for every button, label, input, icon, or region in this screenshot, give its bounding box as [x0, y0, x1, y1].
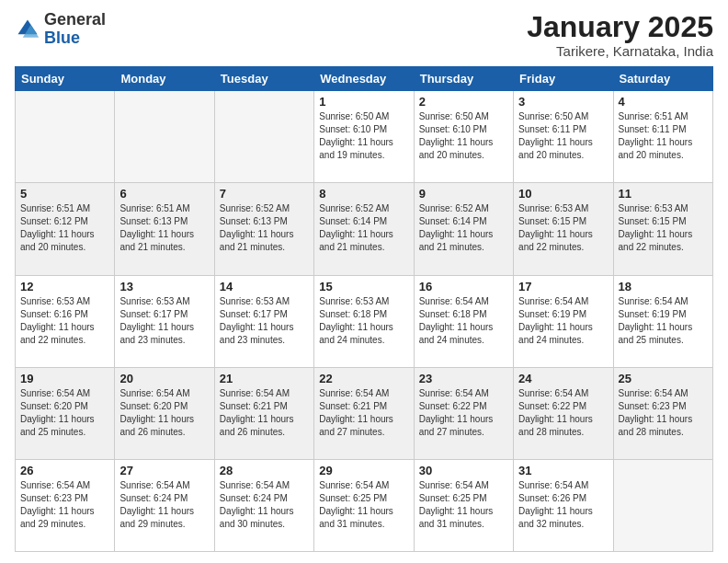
weekday-header-wednesday: Wednesday: [314, 67, 414, 91]
day-number: 10: [518, 187, 608, 201]
day-info: Sunrise: 6:50 AM Sunset: 6:10 PM Dayligh…: [319, 110, 408, 162]
calendar-cell: 6Sunrise: 6:51 AM Sunset: 6:13 PM Daylig…: [115, 183, 214, 275]
day-info: Sunrise: 6:54 AM Sunset: 6:22 PM Dayligh…: [419, 387, 508, 439]
weekday-header-row: SundayMondayTuesdayWednesdayThursdayFrid…: [16, 67, 713, 91]
calendar-cell: 20Sunrise: 6:54 AM Sunset: 6:20 PM Dayli…: [115, 367, 214, 459]
day-info: Sunrise: 6:50 AM Sunset: 6:11 PM Dayligh…: [518, 110, 608, 162]
calendar-cell: 2Sunrise: 6:50 AM Sunset: 6:10 PM Daylig…: [414, 91, 513, 183]
day-number: 16: [419, 280, 508, 293]
title-block: January 2025 Tarikere, Karnataka, India: [527, 11, 713, 59]
header: General Blue January 2025 Tarikere, Karn…: [15, 11, 713, 59]
calendar-cell: 14Sunrise: 6:53 AM Sunset: 6:17 PM Dayli…: [214, 275, 313, 367]
calendar-week-row: 5Sunrise: 6:51 AM Sunset: 6:12 PM Daylig…: [16, 183, 713, 275]
day-info: Sunrise: 6:52 AM Sunset: 6:13 PM Dayligh…: [220, 202, 309, 254]
logo-icon: [15, 17, 40, 42]
day-number: 5: [20, 187, 109, 201]
logo: General Blue: [15, 11, 106, 48]
calendar-cell: 28Sunrise: 6:54 AM Sunset: 6:24 PM Dayli…: [214, 459, 313, 551]
day-number: 3: [518, 95, 608, 109]
calendar-cell: 7Sunrise: 6:52 AM Sunset: 6:13 PM Daylig…: [214, 183, 313, 275]
day-number: 22: [319, 372, 408, 385]
calendar-cell: 29Sunrise: 6:54 AM Sunset: 6:25 PM Dayli…: [314, 459, 414, 551]
day-number: 20: [119, 372, 209, 385]
calendar-cell: 3Sunrise: 6:50 AM Sunset: 6:11 PM Daylig…: [514, 91, 613, 183]
day-info: Sunrise: 6:51 AM Sunset: 6:13 PM Dayligh…: [119, 202, 209, 254]
day-number: 24: [518, 372, 608, 385]
day-number: 14: [220, 280, 309, 293]
weekday-header-tuesday: Tuesday: [214, 67, 313, 91]
weekday-header-saturday: Saturday: [613, 67, 712, 91]
day-number: 8: [319, 187, 408, 201]
calendar-week-row: 19Sunrise: 6:54 AM Sunset: 6:20 PM Dayli…: [16, 367, 713, 459]
day-info: Sunrise: 6:51 AM Sunset: 6:11 PM Dayligh…: [619, 110, 708, 162]
sub-title: Tarikere, Karnataka, India: [527, 43, 713, 59]
calendar-cell: 31Sunrise: 6:54 AM Sunset: 6:26 PM Dayli…: [514, 459, 613, 551]
day-info: Sunrise: 6:54 AM Sunset: 6:19 PM Dayligh…: [518, 295, 608, 347]
calendar-cell: 5Sunrise: 6:51 AM Sunset: 6:12 PM Daylig…: [16, 183, 115, 275]
day-info: Sunrise: 6:53 AM Sunset: 6:17 PM Dayligh…: [119, 295, 209, 347]
day-info: Sunrise: 6:54 AM Sunset: 6:25 PM Dayligh…: [319, 479, 408, 531]
calendar-cell: 18Sunrise: 6:54 AM Sunset: 6:19 PM Dayli…: [613, 275, 712, 367]
day-number: 7: [220, 187, 309, 201]
day-number: 26: [20, 464, 109, 477]
day-info: Sunrise: 6:54 AM Sunset: 6:24 PM Dayligh…: [119, 479, 209, 531]
calendar-week-row: 26Sunrise: 6:54 AM Sunset: 6:23 PM Dayli…: [16, 459, 713, 551]
calendar-cell: 27Sunrise: 6:54 AM Sunset: 6:24 PM Dayli…: [115, 459, 214, 551]
weekday-header-sunday: Sunday: [16, 67, 115, 91]
day-number: 9: [419, 187, 508, 201]
day-number: 19: [20, 372, 109, 385]
day-number: 27: [119, 464, 209, 477]
day-info: Sunrise: 6:54 AM Sunset: 6:26 PM Dayligh…: [518, 479, 608, 531]
calendar-cell: 19Sunrise: 6:54 AM Sunset: 6:20 PM Dayli…: [16, 367, 115, 459]
day-info: Sunrise: 6:54 AM Sunset: 6:20 PM Dayligh…: [20, 387, 109, 439]
calendar-cell: 22Sunrise: 6:54 AM Sunset: 6:21 PM Dayli…: [314, 367, 414, 459]
calendar-cell: 8Sunrise: 6:52 AM Sunset: 6:14 PM Daylig…: [314, 183, 414, 275]
day-number: 6: [119, 187, 209, 201]
calendar-week-row: 1Sunrise: 6:50 AM Sunset: 6:10 PM Daylig…: [16, 91, 713, 183]
day-number: 23: [419, 372, 508, 385]
day-info: Sunrise: 6:54 AM Sunset: 6:22 PM Dayligh…: [518, 387, 608, 439]
weekday-header-friday: Friday: [514, 67, 613, 91]
calendar-cell: 23Sunrise: 6:54 AM Sunset: 6:22 PM Dayli…: [414, 367, 513, 459]
day-info: Sunrise: 6:54 AM Sunset: 6:23 PM Dayligh…: [20, 479, 109, 531]
calendar-cell: 26Sunrise: 6:54 AM Sunset: 6:23 PM Dayli…: [16, 459, 115, 551]
calendar-cell: [115, 91, 214, 183]
calendar-cell: [214, 91, 313, 183]
calendar-cell: [613, 459, 712, 551]
day-info: Sunrise: 6:50 AM Sunset: 6:10 PM Dayligh…: [419, 110, 508, 162]
logo-general: General: [44, 11, 106, 29]
calendar-cell: 30Sunrise: 6:54 AM Sunset: 6:25 PM Dayli…: [414, 459, 513, 551]
day-info: Sunrise: 6:51 AM Sunset: 6:12 PM Dayligh…: [20, 202, 109, 254]
day-number: 18: [619, 280, 708, 293]
day-info: Sunrise: 6:53 AM Sunset: 6:18 PM Dayligh…: [319, 295, 408, 347]
weekday-header-thursday: Thursday: [414, 67, 513, 91]
calendar-cell: [16, 91, 115, 183]
page: General Blue January 2025 Tarikere, Karn…: [0, 0, 728, 563]
calendar-cell: 12Sunrise: 6:53 AM Sunset: 6:16 PM Dayli…: [16, 275, 115, 367]
main-title: January 2025: [527, 11, 713, 43]
day-number: 2: [419, 95, 508, 109]
day-info: Sunrise: 6:52 AM Sunset: 6:14 PM Dayligh…: [419, 202, 508, 254]
day-info: Sunrise: 6:54 AM Sunset: 6:23 PM Dayligh…: [619, 387, 708, 439]
day-info: Sunrise: 6:54 AM Sunset: 6:18 PM Dayligh…: [419, 295, 508, 347]
day-info: Sunrise: 6:54 AM Sunset: 6:20 PM Dayligh…: [119, 387, 209, 439]
calendar-week-row: 12Sunrise: 6:53 AM Sunset: 6:16 PM Dayli…: [16, 275, 713, 367]
day-number: 25: [619, 372, 708, 385]
day-number: 1: [319, 95, 408, 109]
calendar-cell: 24Sunrise: 6:54 AM Sunset: 6:22 PM Dayli…: [514, 367, 613, 459]
calendar-cell: 1Sunrise: 6:50 AM Sunset: 6:10 PM Daylig…: [314, 91, 414, 183]
day-info: Sunrise: 6:53 AM Sunset: 6:17 PM Dayligh…: [220, 295, 309, 347]
calendar-cell: 4Sunrise: 6:51 AM Sunset: 6:11 PM Daylig…: [613, 91, 712, 183]
day-info: Sunrise: 6:53 AM Sunset: 6:15 PM Dayligh…: [619, 202, 708, 254]
calendar-table: SundayMondayTuesdayWednesdayThursdayFrid…: [15, 66, 713, 552]
day-number: 11: [619, 187, 708, 201]
calendar-cell: 17Sunrise: 6:54 AM Sunset: 6:19 PM Dayli…: [514, 275, 613, 367]
calendar-cell: 16Sunrise: 6:54 AM Sunset: 6:18 PM Dayli…: [414, 275, 513, 367]
day-number: 21: [220, 372, 309, 385]
day-number: 15: [319, 280, 408, 293]
calendar-cell: 15Sunrise: 6:53 AM Sunset: 6:18 PM Dayli…: [314, 275, 414, 367]
day-number: 28: [220, 464, 309, 477]
day-info: Sunrise: 6:54 AM Sunset: 6:21 PM Dayligh…: [319, 387, 408, 439]
day-number: 31: [518, 464, 608, 477]
weekday-header-monday: Monday: [115, 67, 214, 91]
